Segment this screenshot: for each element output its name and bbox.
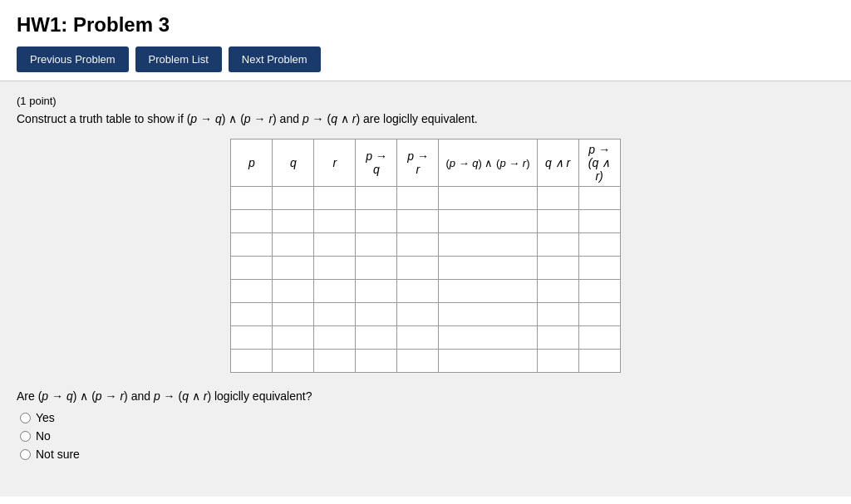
cell-input[interactable] bbox=[314, 303, 355, 325]
previous-problem-button[interactable]: Previous Problem bbox=[17, 46, 129, 72]
cell-input[interactable] bbox=[579, 280, 620, 302]
cell-input[interactable] bbox=[538, 210, 578, 232]
cell[interactable] bbox=[439, 280, 537, 303]
cell[interactable] bbox=[314, 257, 356, 280]
cell[interactable] bbox=[578, 280, 620, 303]
cell-input[interactable] bbox=[231, 350, 272, 372]
cell-input[interactable] bbox=[439, 210, 536, 232]
cell[interactable] bbox=[578, 257, 620, 280]
cell-input[interactable] bbox=[231, 210, 272, 232]
cell-input[interactable] bbox=[538, 326, 578, 349]
cell[interactable] bbox=[397, 350, 439, 373]
cell[interactable] bbox=[273, 210, 314, 233]
cell[interactable] bbox=[314, 233, 356, 257]
radio-not-sure-input[interactable] bbox=[20, 449, 31, 460]
cell-input[interactable] bbox=[273, 233, 313, 256]
cell-input[interactable] bbox=[579, 233, 620, 256]
cell-input[interactable] bbox=[356, 233, 396, 256]
cell-input[interactable] bbox=[439, 350, 536, 372]
cell[interactable] bbox=[231, 257, 273, 280]
cell-input[interactable] bbox=[579, 187, 620, 209]
cell-input[interactable] bbox=[273, 280, 313, 302]
cell[interactable] bbox=[439, 326, 537, 350]
cell-input[interactable] bbox=[273, 187, 313, 209]
next-problem-button[interactable]: Next Problem bbox=[229, 46, 321, 72]
cell-input[interactable] bbox=[538, 350, 578, 372]
cell[interactable] bbox=[231, 350, 273, 373]
cell-input[interactable] bbox=[439, 233, 536, 256]
cell-input[interactable] bbox=[314, 233, 355, 256]
cell[interactable] bbox=[578, 326, 620, 350]
cell-input[interactable] bbox=[397, 350, 438, 372]
cell[interactable] bbox=[231, 326, 273, 350]
cell[interactable] bbox=[273, 326, 314, 350]
cell-input[interactable] bbox=[538, 233, 578, 256]
cell-input[interactable] bbox=[314, 187, 355, 209]
cell[interactable] bbox=[356, 280, 397, 303]
cell-input[interactable] bbox=[356, 280, 396, 302]
cell-input[interactable] bbox=[397, 233, 438, 256]
cell-input[interactable] bbox=[314, 210, 355, 232]
cell-input[interactable] bbox=[314, 350, 355, 372]
cell[interactable] bbox=[231, 233, 273, 257]
cell-input[interactable] bbox=[579, 303, 620, 325]
cell-input[interactable] bbox=[579, 210, 620, 232]
cell-input[interactable] bbox=[231, 280, 272, 302]
radio-no[interactable]: No bbox=[20, 429, 834, 443]
cell-input[interactable] bbox=[273, 257, 313, 279]
cell-input[interactable] bbox=[273, 303, 313, 325]
cell[interactable] bbox=[314, 350, 356, 373]
cell-input[interactable] bbox=[314, 280, 355, 302]
cell[interactable] bbox=[314, 303, 356, 326]
cell[interactable] bbox=[314, 187, 356, 210]
cell-input[interactable] bbox=[579, 257, 620, 279]
cell-input[interactable] bbox=[231, 326, 272, 349]
cell-input[interactable] bbox=[397, 210, 438, 232]
cell-input[interactable] bbox=[579, 326, 620, 349]
cell[interactable] bbox=[578, 350, 620, 373]
cell-input[interactable] bbox=[439, 187, 536, 209]
cell[interactable] bbox=[314, 210, 356, 233]
cell[interactable] bbox=[397, 326, 439, 350]
cell-input[interactable] bbox=[314, 257, 355, 279]
cell[interactable] bbox=[439, 210, 537, 233]
cell-input[interactable] bbox=[273, 350, 313, 372]
cell-input[interactable] bbox=[356, 187, 396, 209]
cell[interactable] bbox=[314, 326, 356, 350]
radio-not-sure[interactable]: Not sure bbox=[20, 448, 834, 461]
cell[interactable] bbox=[356, 257, 397, 280]
cell-input[interactable] bbox=[538, 303, 578, 325]
cell-input[interactable] bbox=[231, 303, 272, 325]
cell[interactable] bbox=[273, 187, 314, 210]
problem-list-button[interactable]: Problem List bbox=[135, 46, 222, 72]
cell-input[interactable] bbox=[273, 210, 313, 232]
cell[interactable] bbox=[273, 303, 314, 326]
cell-input[interactable] bbox=[397, 326, 438, 349]
cell-input[interactable] bbox=[397, 280, 438, 302]
cell[interactable] bbox=[439, 303, 537, 326]
cell[interactable] bbox=[314, 280, 356, 303]
radio-yes-input[interactable] bbox=[20, 413, 31, 423]
cell-input[interactable] bbox=[356, 257, 396, 279]
cell[interactable] bbox=[231, 210, 273, 233]
cell[interactable] bbox=[397, 280, 439, 303]
cell-input[interactable] bbox=[439, 280, 536, 302]
cell[interactable] bbox=[537, 326, 578, 350]
cell-input[interactable] bbox=[439, 303, 536, 325]
cell-input[interactable] bbox=[397, 303, 438, 325]
cell[interactable] bbox=[273, 257, 314, 280]
cell[interactable] bbox=[356, 187, 397, 210]
cell[interactable] bbox=[439, 257, 537, 280]
cell[interactable] bbox=[578, 233, 620, 257]
cell-input[interactable] bbox=[314, 326, 355, 349]
cell[interactable] bbox=[537, 233, 578, 257]
cell-input[interactable] bbox=[273, 326, 313, 349]
cell[interactable] bbox=[537, 303, 578, 326]
cell[interactable] bbox=[578, 187, 620, 210]
cell-input[interactable] bbox=[439, 326, 536, 349]
cell[interactable] bbox=[231, 187, 273, 210]
cell-input[interactable] bbox=[231, 257, 272, 279]
cell[interactable] bbox=[439, 350, 537, 373]
cell-input[interactable] bbox=[397, 257, 438, 279]
cell[interactable] bbox=[578, 303, 620, 326]
